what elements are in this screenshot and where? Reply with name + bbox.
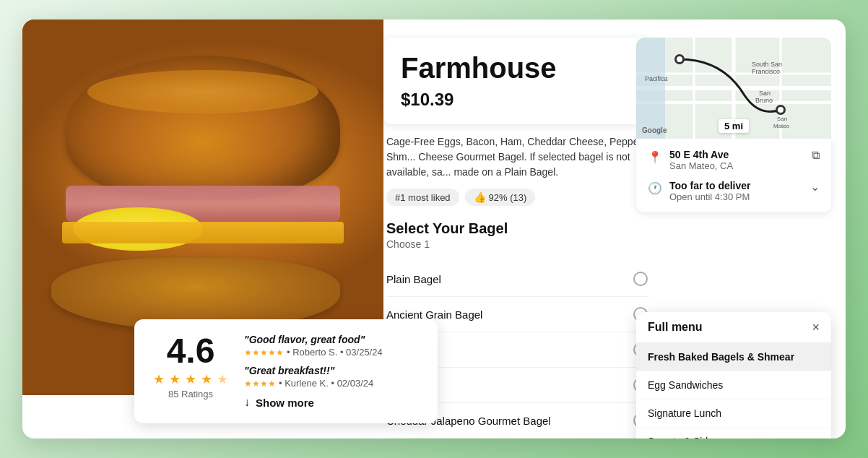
- store-address: 50 E 4th Ave San Mateo, CA: [669, 149, 804, 171]
- star-5-half: ★: [215, 371, 230, 386]
- bagel-select-subtitle: Choose 1: [386, 238, 648, 250]
- svg-point-11: [778, 107, 784, 113]
- show-more-label: Show more: [256, 397, 314, 409]
- review-2-author: • Kurlene K. • 02/03/24: [279, 378, 373, 389]
- review-2-meta: ★★★★ • Kurlene K. • 02/03/24: [244, 378, 420, 389]
- rating-card: 4.6 ★ ★ ★ ★ ★ 85 Ratings "Good flavor, g…: [134, 319, 438, 423]
- map-container: Pacifica South San Francisco San Bruno S…: [636, 38, 831, 139]
- star-1: ★: [152, 371, 166, 386]
- svg-text:San: San: [759, 90, 771, 97]
- rating-count: 85 Ratings: [152, 389, 230, 399]
- thumb-icon: 👍: [474, 191, 486, 203]
- product-title: Farmhouse: [401, 52, 633, 84]
- star-4: ★: [199, 371, 214, 386]
- review-2-stars: ★★★★: [244, 379, 276, 389]
- bagel-option-plain: Plain Bagel: [386, 262, 648, 297]
- product-price: $10.39: [401, 90, 633, 110]
- menu-panel: Full menu × Fresh Baked Bagels & Shmear …: [636, 312, 831, 438]
- filling-cheese: [62, 222, 344, 243]
- map-distance: 5 mi: [719, 119, 749, 133]
- store-info: 📍 50 E 4th Ave San Mateo, CA ⧉ 🕐 Too far…: [636, 139, 831, 212]
- clock-icon: 🕐: [648, 181, 662, 195]
- bagel-radio-plain[interactable]: [633, 272, 648, 286]
- badge-liked-label: #1 most liked: [395, 192, 451, 203]
- bagel-top: [66, 56, 340, 200]
- store-address-row: 📍 50 E 4th Ave San Mateo, CA ⧉: [648, 149, 820, 171]
- star-2: ★: [168, 371, 182, 386]
- stars-row: ★ ★ ★ ★ ★: [152, 371, 230, 386]
- product-title-card: Farmhouse $10.39: [383, 38, 651, 124]
- svg-text:South San: South San: [752, 61, 782, 68]
- store-address-line1: 50 E 4th Ave: [669, 149, 804, 160]
- show-more-arrow-icon: ↓: [244, 396, 250, 409]
- review-1-quote: "Good flavor, great food": [244, 334, 420, 345]
- product-badges: #1 most liked 👍 92% (13): [386, 189, 648, 206]
- chevron-down-icon[interactable]: ⌄: [810, 180, 820, 194]
- svg-text:Bruno: Bruno: [755, 97, 773, 104]
- product-description: Cage-Free Eggs, Bacon, Ham, Cheddar Chee…: [386, 134, 648, 180]
- main-container: 4.6 ★ ★ ★ ★ ★ 85 Ratings "Good flavor, g…: [22, 20, 846, 438]
- menu-close-button[interactable]: ×: [812, 321, 820, 334]
- rating-reviews: "Good flavor, great food" ★★★★★ • Robert…: [244, 334, 420, 409]
- svg-rect-7: [636, 38, 665, 139]
- copy-icon[interactable]: ⧉: [812, 149, 820, 162]
- menu-panel-title: Full menu: [648, 321, 703, 334]
- review-1: "Good flavor, great food" ★★★★★ • Robert…: [244, 334, 420, 358]
- rating-score: 4.6: [152, 334, 230, 368]
- location-icon: 📍: [648, 150, 662, 164]
- menu-item-egg[interactable]: Egg Sandwiches: [636, 371, 831, 399]
- bagel-option-ancient-label: Ancient Grain Bagel: [386, 308, 482, 321]
- bagel-option-plain-label: Plain Bagel: [386, 273, 441, 285]
- review-2: "Great breakfast!!" ★★★★ • Kurlene K. • …: [244, 365, 420, 389]
- google-logo: Google: [642, 126, 667, 134]
- svg-text:Pacifica: Pacifica: [645, 75, 668, 82]
- review-1-stars: ★★★★★: [244, 347, 284, 358]
- menu-panel-header: Full menu ×: [636, 312, 831, 343]
- rating-left: 4.6 ★ ★ ★ ★ ★ 85 Ratings: [152, 334, 230, 399]
- store-hours-info: Too far to deliver Open until 4:30 PM: [669, 180, 803, 202]
- menu-item-sweets[interactable]: Sweets & Sides: [636, 428, 831, 438]
- review-2-quote: "Great breakfast!!": [244, 365, 420, 376]
- badge-rating: 👍 92% (13): [465, 189, 536, 206]
- menu-item-lunch[interactable]: Signature Lunch: [636, 399, 831, 428]
- store-hours-row: 🕐 Too far to deliver Open until 4:30 PM …: [648, 180, 820, 202]
- show-more-button[interactable]: ↓ Show more: [244, 396, 314, 409]
- review-1-author: • Roberto S. • 03/25/24: [287, 347, 383, 358]
- menu-item-bagels[interactable]: Fresh Baked Bagels & Shmear: [636, 343, 831, 371]
- store-too-far-label: Too far to deliver: [669, 180, 803, 191]
- star-3: ★: [183, 371, 198, 386]
- store-panel: Pacifica South San Francisco San Bruno S…: [636, 38, 831, 212]
- review-1-meta: ★★★★★ • Roberto S. • 03/25/24: [244, 347, 420, 358]
- badge-liked: #1 most liked: [386, 189, 459, 206]
- svg-text:Mateo: Mateo: [773, 123, 790, 129]
- bagel-select-title: Select Your Bagel: [386, 220, 648, 237]
- store-hours-text: Open until 4:30 PM: [669, 191, 803, 202]
- svg-point-9: [677, 56, 682, 62]
- store-address-line2: San Mateo, CA: [669, 160, 804, 171]
- badge-rating-label: 92% (13): [489, 192, 527, 203]
- svg-text:San: San: [777, 116, 787, 122]
- svg-text:Francisco: Francisco: [752, 68, 780, 75]
